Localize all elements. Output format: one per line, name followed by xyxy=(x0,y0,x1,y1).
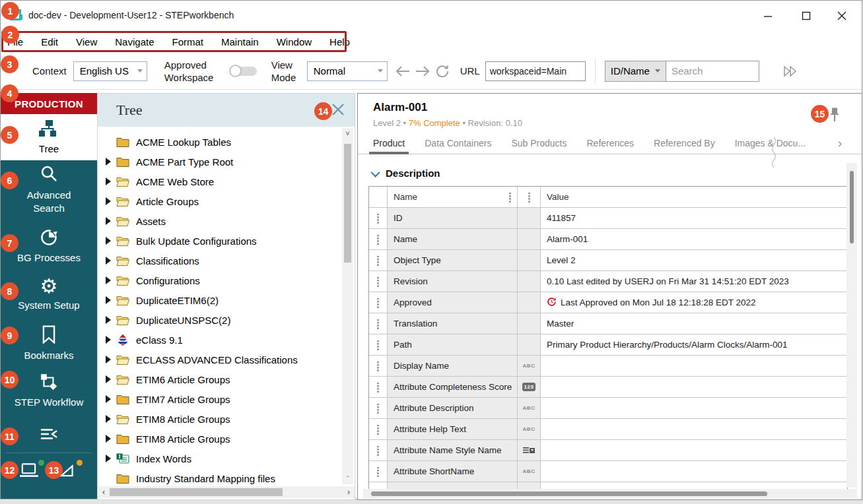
client-status-button[interactable] xyxy=(19,462,42,480)
table-row[interactable]: Attribute Completeness Score 123 xyxy=(369,377,847,398)
expand-arrow-icon[interactable] xyxy=(106,435,111,443)
close-panel-icon[interactable] xyxy=(331,102,345,117)
menu-edit[interactable]: Edit xyxy=(41,36,58,47)
expand-arrow-icon[interactable] xyxy=(106,316,111,324)
tab-referenced-by[interactable]: Referenced By xyxy=(654,138,715,148)
close-button[interactable] xyxy=(827,7,856,25)
scroll-left-icon[interactable]: ‹ xyxy=(98,488,110,497)
tabs-scroll-left-icon[interactable]: ‹ xyxy=(789,136,804,150)
expand-arrow-icon[interactable] xyxy=(106,158,111,166)
tree-item[interactable]: Bulk Update Configurations xyxy=(98,231,341,251)
row-handle-icon[interactable] xyxy=(377,276,379,287)
tree-item[interactable]: Assets xyxy=(98,211,341,231)
table-row[interactable]: Attribute Help Text ABC xyxy=(369,419,847,440)
tree-item[interactable]: ACME Web Store xyxy=(98,172,341,191)
approved-workspace-toggle[interactable] xyxy=(229,65,258,78)
expand-arrow-icon[interactable] xyxy=(106,395,111,403)
menu-maintain[interactable]: Maintain xyxy=(221,36,259,47)
table-row[interactable]: Object Type Level 2 xyxy=(369,250,847,271)
scroll-down-icon[interactable]: ˇ xyxy=(342,474,353,484)
row-handle-icon[interactable] xyxy=(377,424,379,435)
row-handle-icon[interactable] xyxy=(377,234,379,245)
tab-data-containers[interactable]: Data Containers xyxy=(425,138,491,148)
table-row[interactable]: Path Primary Product Hierarchy/Products/… xyxy=(369,334,847,356)
menu-window[interactable]: Window xyxy=(277,36,312,47)
tree-item[interactable]: Classifications xyxy=(98,251,341,270)
menu-help[interactable]: Help xyxy=(329,36,350,47)
row-handle-icon[interactable] xyxy=(377,382,379,393)
tab-sub-products[interactable]: Sub Products xyxy=(511,138,567,148)
table-row[interactable]: Approved Last Approved on Mon Jul 18 12:… xyxy=(369,292,847,313)
table-row[interactable]: Name Alarm-001 xyxy=(369,229,847,250)
editor-horizontal-scrollbar[interactable] xyxy=(363,489,857,499)
row-handle-icon[interactable] xyxy=(377,466,379,477)
tree-item[interactable]: I Index Words xyxy=(98,449,341,468)
table-row[interactable]: Attribute Description ABC xyxy=(369,398,847,419)
row-handle-icon[interactable] xyxy=(377,361,379,371)
table-row[interactable]: Attribute Name Style Name xyxy=(369,440,847,461)
expand-arrow-icon[interactable] xyxy=(106,257,111,265)
search-type-dropdown[interactable]: ID/Name xyxy=(605,61,666,82)
table-row[interactable]: Display Name ABC xyxy=(369,356,847,377)
expand-arrow-icon[interactable] xyxy=(106,276,111,284)
tree-item[interactable]: ETIM6 Article Groups xyxy=(98,369,341,389)
tabs-scroll-right-icon[interactable]: › xyxy=(833,136,847,150)
maximize-button[interactable] xyxy=(792,7,821,25)
tree-item[interactable]: ETIM7 Article Groups xyxy=(98,389,341,409)
tab-references[interactable]: References xyxy=(586,138,634,148)
tree-item[interactable]: DuplicateUNSPSC(2) xyxy=(98,310,341,330)
collapse-chevron-icon[interactable] xyxy=(371,168,380,177)
scrollbar-thumb[interactable] xyxy=(344,144,351,263)
tree-item[interactable]: eClass 9.1 xyxy=(98,330,341,350)
expand-arrow-icon[interactable] xyxy=(106,336,111,344)
view-mode-dropdown[interactable]: Normal xyxy=(307,61,388,81)
expand-arrow-icon[interactable] xyxy=(106,217,111,225)
scrollbar-thumb[interactable] xyxy=(371,491,767,496)
tree-item[interactable]: ECLASS ADVANCED Classifications xyxy=(98,350,341,369)
description-section-header[interactable]: Description xyxy=(373,168,440,179)
tree-item[interactable]: Article Groups xyxy=(98,191,341,211)
scroll-right-icon[interactable]: › xyxy=(343,488,355,497)
menu-navigate[interactable]: Navigate xyxy=(115,36,154,47)
expand-arrow-icon[interactable] xyxy=(106,356,111,363)
row-handle-icon[interactable] xyxy=(377,445,379,456)
expand-arrow-icon[interactable] xyxy=(106,237,111,245)
table-row[interactable]: ID 411857 xyxy=(369,208,847,229)
tree-horizontal-scrollbar[interactable]: ‹ › xyxy=(98,486,355,498)
menu-view[interactable]: View xyxy=(76,36,97,47)
table-row[interactable]: Translation Master xyxy=(369,313,847,334)
table-row[interactable]: Attribute ShortName ABC xyxy=(369,461,847,482)
tab-product[interactable]: Product xyxy=(373,138,405,148)
url-input[interactable] xyxy=(485,61,586,81)
tree-item[interactable]: ETIM8 Article Groups xyxy=(98,409,341,429)
row-handle-icon[interactable] xyxy=(377,403,379,414)
fast-forward-icon[interactable] xyxy=(780,61,800,81)
expand-arrow-icon[interactable] xyxy=(106,197,111,205)
tree-vertical-scrollbar[interactable]: ˅ ˇ xyxy=(342,128,353,484)
tree-item[interactable]: ACME Part Type Root xyxy=(98,152,341,172)
row-handle-icon[interactable] xyxy=(377,213,379,224)
expand-arrow-icon[interactable] xyxy=(106,455,111,462)
scroll-up-icon[interactable]: ˅ xyxy=(342,128,353,139)
context-dropdown[interactable]: English US xyxy=(73,61,147,81)
row-handle-icon[interactable] xyxy=(377,255,379,266)
scrollbar-thumb[interactable] xyxy=(110,488,283,496)
expand-arrow-icon[interactable] xyxy=(106,415,111,423)
search-input[interactable] xyxy=(666,61,759,82)
row-handle-icon[interactable] xyxy=(377,319,379,329)
tree-item[interactable]: Configurations xyxy=(98,270,341,290)
expand-arrow-icon[interactable] xyxy=(106,375,111,383)
row-handle-icon[interactable] xyxy=(377,298,379,308)
forward-button[interactable] xyxy=(413,61,432,81)
refresh-button[interactable] xyxy=(432,61,452,81)
column-menu-icon[interactable] xyxy=(509,192,511,203)
back-button[interactable] xyxy=(393,61,413,81)
row-handle-icon[interactable] xyxy=(377,340,379,350)
expand-arrow-icon[interactable] xyxy=(106,296,111,304)
scrollbar-thumb[interactable] xyxy=(850,171,854,243)
column-menu-icon[interactable] xyxy=(528,192,530,203)
tree-item[interactable]: ACME Lookup Tables xyxy=(98,132,341,152)
tree-item[interactable]: Industry Standard Mapping files xyxy=(98,468,341,484)
menu-format[interactable]: Format xyxy=(172,36,203,47)
expand-arrow-icon[interactable] xyxy=(106,177,111,185)
